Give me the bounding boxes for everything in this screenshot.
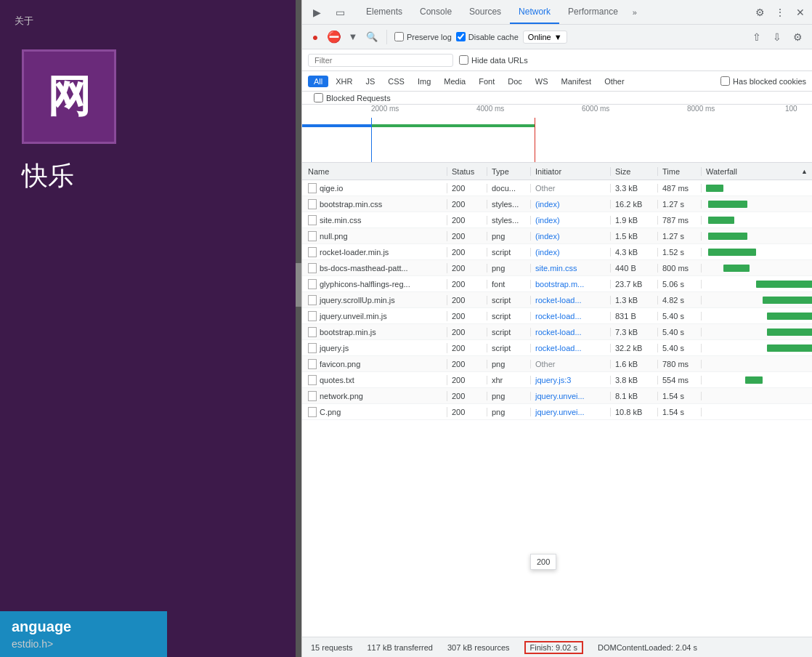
cell-initiator[interactable]: (index) [531, 232, 611, 241]
cell-initiator[interactable]: site.min.css [531, 264, 611, 273]
col-header-name[interactable]: Name [302, 167, 447, 176]
cell-status: 200 [447, 376, 487, 384]
disable-cache-checkbox[interactable] [456, 32, 466, 41]
cell-initiator[interactable]: (index) [531, 248, 611, 257]
cell-waterfall [702, 276, 812, 292]
col-header-time[interactable]: Time [658, 167, 702, 176]
search-icon[interactable]: 🔍 [365, 30, 379, 44]
scroll-thumb[interactable] [296, 263, 301, 307]
table-row[interactable]: bs-docs-masthead-patt... 200 png site.mi… [302, 260, 812, 276]
cell-initiator[interactable]: (index) [531, 216, 611, 225]
file-icon [308, 231, 317, 241]
type-btn-css[interactable]: CSS [382, 76, 410, 87]
type-btn-xhr[interactable]: XHR [330, 76, 358, 87]
scrollbar[interactable] [296, 0, 301, 657]
blocked-requests-checkbox[interactable] [314, 93, 323, 102]
record-icon[interactable]: ● [308, 30, 322, 44]
cell-initiator[interactable]: rocket-load... [531, 328, 611, 336]
cell-name: site.min.css [302, 215, 447, 225]
cell-initiator[interactable]: bootstrap.m... [531, 280, 611, 289]
waterfall-bar [708, 201, 747, 208]
filter-icon[interactable]: ▼ [346, 30, 360, 44]
table-row[interactable]: bootstrap.min.js 200 script rocket-load.… [302, 324, 812, 340]
more-options-icon[interactable]: ⋮ [771, 4, 789, 21]
tab-performance[interactable]: Performance [559, 0, 627, 24]
cell-initiator[interactable]: rocket-load... [531, 312, 611, 321]
waterfall-bar [763, 297, 812, 304]
table-row[interactable]: qige.io 200 docu... Other 3.3 kB 487 ms [302, 180, 812, 196]
cell-initiator[interactable]: jquery.js:3 [531, 376, 611, 384]
table-row[interactable]: glyphicons-halflings-reg... 200 font boo… [302, 276, 812, 292]
settings-icon[interactable]: ⚙ [751, 4, 768, 21]
tab-console[interactable]: Console [411, 0, 460, 24]
type-btn-font[interactable]: Font [473, 76, 500, 87]
has-blocked-cookies-label[interactable]: Has blocked cookies [720, 76, 806, 86]
cell-waterfall [702, 244, 812, 260]
cell-time: 5.40 s [658, 312, 702, 321]
upload-icon[interactable]: ⇧ [748, 28, 766, 46]
type-btn-manifest[interactable]: Manifest [556, 76, 598, 87]
cell-type: png [487, 232, 531, 241]
cell-size: 3.8 kB [611, 376, 658, 384]
table-row[interactable]: null.png 200 png (index) 1.5 kB 1.27 s [302, 228, 812, 244]
table-row[interactable]: quotes.txt 200 xhr jquery.js:3 3.8 kB 55… [302, 372, 812, 388]
table-row[interactable]: network.png 200 png jquery.unvei... 8.1 … [302, 388, 812, 404]
cell-initiator[interactable]: rocket-load... [531, 296, 611, 305]
file-icon [308, 263, 317, 273]
type-btn-img[interactable]: Img [412, 76, 437, 87]
tab-network[interactable]: Network [510, 0, 559, 24]
tab-sources[interactable]: Sources [460, 0, 510, 24]
cell-initiator[interactable]: jquery.unvei... [531, 408, 611, 416]
table-row[interactable]: rocket-loader.min.js 200 script (index) … [302, 244, 812, 260]
table-row[interactable]: site.min.css 200 styles... (index) 1.9 k… [302, 212, 812, 228]
table-row[interactable]: jquery.js 200 script rocket-load... 32.2… [302, 340, 812, 356]
window-title: 关于 [15, 15, 33, 28]
table-header: Name Status Type Initiator Size Time Wat… [302, 163, 812, 180]
filter-input[interactable] [308, 54, 453, 67]
network-toolbar: ● ⛔ ▼ 🔍 Preserve log Disable cache Onlin… [302, 25, 812, 49]
table-row[interactable]: bootstrap.min.css 200 styles... (index) … [302, 196, 812, 212]
stop-icon[interactable]: ⛔ [327, 30, 341, 44]
table-row[interactable]: C.png 200 png jquery.unvei... 10.8 kB 1.… [302, 404, 812, 420]
cell-time: 1.27 s [658, 200, 702, 209]
col-header-initiator[interactable]: Initiator [531, 167, 611, 176]
disable-cache-label[interactable]: Disable cache [456, 32, 519, 41]
hide-data-urls-label[interactable]: Hide data URLs [459, 55, 528, 65]
file-icon [308, 343, 317, 353]
preserve-log-label[interactable]: Preserve log [394, 32, 452, 41]
type-btn-all[interactable]: All [308, 76, 328, 87]
network-settings-icon[interactable]: ⚙ [789, 28, 806, 46]
cell-initiator[interactable]: rocket-load... [531, 344, 611, 352]
cell-name: favicon.png [302, 359, 447, 369]
waterfall-bar [708, 249, 756, 256]
device-toggle-icon[interactable]: ▭ [331, 4, 349, 21]
cell-name: quotes.txt [302, 375, 447, 385]
inspect-element-icon[interactable]: ▶ [308, 4, 325, 21]
col-header-type[interactable]: Type [487, 167, 531, 176]
download-icon[interactable]: ⇩ [768, 28, 786, 46]
cell-initiator[interactable]: (index) [531, 200, 611, 209]
type-btn-js[interactable]: JS [360, 76, 381, 87]
table-row[interactable]: jquery.unveil.min.js 200 script rocket-l… [302, 308, 812, 324]
hide-data-urls-checkbox[interactable] [459, 55, 468, 65]
cell-initiator[interactable]: jquery.unvei... [531, 392, 611, 400]
cell-waterfall [702, 372, 812, 388]
type-btn-other[interactable]: Other [598, 76, 630, 87]
more-tabs-icon[interactable]: » [627, 0, 643, 24]
close-devtools-icon[interactable]: ✕ [792, 4, 809, 21]
tab-elements[interactable]: Elements [357, 0, 411, 24]
cell-size: 1.6 kB [611, 360, 658, 368]
col-header-waterfall[interactable]: Waterfall ▲ [702, 167, 812, 176]
type-btn-media[interactable]: Media [438, 76, 471, 87]
throttling-select[interactable]: Online ▼ [523, 31, 567, 44]
col-header-status[interactable]: Status [447, 167, 487, 176]
table-row[interactable]: jquery.scrollUp.min.js 200 script rocket… [302, 292, 812, 308]
blocked-requests-label[interactable]: Blocked Requests [308, 93, 806, 102]
has-blocked-cookies-checkbox[interactable] [720, 76, 730, 86]
type-btn-ws[interactable]: WS [529, 76, 554, 87]
col-header-size[interactable]: Size [611, 167, 658, 176]
preserve-log-checkbox[interactable] [394, 32, 404, 41]
cell-time: 5.40 s [658, 344, 702, 352]
table-row[interactable]: favicon.png 200 png Other 1.6 kB 780 ms [302, 356, 812, 372]
type-btn-doc[interactable]: Doc [502, 76, 528, 87]
